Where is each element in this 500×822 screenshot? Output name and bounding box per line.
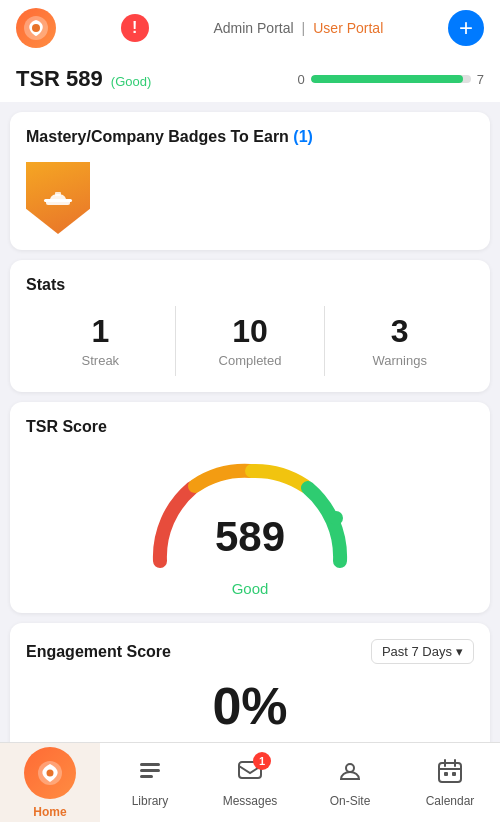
svg-point-1	[32, 24, 40, 32]
mastery-badge-icon	[26, 162, 90, 234]
nav-home[interactable]: Home	[0, 743, 100, 822]
progress-track	[311, 75, 471, 83]
progress-right-label: 7	[477, 72, 484, 87]
onsite-label: On-Site	[330, 794, 371, 808]
dropdown-label: Past 7 Days	[382, 644, 452, 659]
stats-card: Stats 1 Streak 10 Completed 3 Warnings	[10, 260, 490, 392]
tsr-title: TSR 589	[16, 66, 103, 92]
mastery-card: Mastery/Company Badges To Earn (1)	[10, 112, 490, 250]
svg-point-12	[346, 764, 354, 772]
library-icon	[137, 758, 163, 790]
nav-separator: |	[302, 20, 306, 36]
stat-warnings: 3 Warnings	[325, 306, 474, 376]
engagement-dropdown[interactable]: Past 7 Days ▾	[371, 639, 474, 664]
tsr-bar-section: TSR 589 (Good) 0 7	[0, 56, 500, 102]
nav-library[interactable]: Library	[100, 743, 200, 822]
home-icon	[24, 747, 76, 799]
nav-calendar[interactable]: Calendar	[400, 743, 500, 822]
svg-rect-16	[444, 772, 448, 776]
stat-completed: 10 Completed	[176, 306, 325, 376]
stat-streak: 1 Streak	[26, 306, 175, 376]
stat-warnings-label: Warnings	[325, 353, 474, 368]
add-button[interactable]: +	[448, 10, 484, 46]
badge-shield	[26, 162, 90, 234]
svg-rect-8	[140, 763, 160, 766]
stat-streak-label: Streak	[26, 353, 175, 368]
stat-streak-number: 1	[26, 314, 175, 349]
bottom-nav: Home Library 1 Messages	[0, 742, 500, 822]
progress-fill	[311, 75, 463, 83]
svg-point-7	[47, 769, 54, 776]
messages-icon: 1	[237, 758, 263, 790]
gauge-label: Good	[26, 580, 474, 597]
home-label: Home	[33, 805, 66, 819]
stat-completed-label: Completed	[176, 353, 325, 368]
app-logo[interactable]	[16, 8, 56, 48]
engagement-header: Engagement Score Past 7 Days ▾	[26, 639, 474, 664]
progress-bar-section: 0 7	[298, 72, 484, 87]
svg-rect-4	[55, 192, 61, 196]
svg-rect-17	[452, 772, 456, 776]
tsr-score-card-title: TSR Score	[26, 418, 474, 436]
library-label: Library	[132, 794, 169, 808]
svg-point-5	[329, 511, 343, 525]
mastery-count: (1)	[293, 128, 313, 145]
engagement-score-value: 0%	[26, 676, 474, 736]
stat-warnings-number: 3	[325, 314, 474, 349]
messages-label: Messages	[223, 794, 278, 808]
mastery-title: Mastery/Company Badges To Earn (1)	[26, 128, 474, 146]
svg-rect-9	[140, 769, 160, 772]
tsr-good-badge: (Good)	[111, 74, 151, 89]
tsr-score-card: TSR Score 589 Good	[10, 402, 490, 613]
admin-portal-link[interactable]: Admin Portal	[213, 20, 293, 36]
stat-completed-number: 10	[176, 314, 325, 349]
user-portal-link[interactable]: User Portal	[313, 20, 383, 36]
svg-rect-13	[439, 763, 461, 782]
calendar-label: Calendar	[426, 794, 475, 808]
gauge-container: 589	[140, 446, 360, 576]
nav-messages[interactable]: 1 Messages	[200, 743, 300, 822]
header: ! Admin Portal | User Portal +	[0, 0, 500, 56]
stats-row: 1 Streak 10 Completed 3 Warnings	[26, 306, 474, 376]
stats-title: Stats	[26, 276, 474, 294]
calendar-icon	[437, 758, 463, 790]
chevron-down-icon: ▾	[456, 644, 463, 659]
mastery-title-text: Mastery/Company Badges To Earn	[26, 128, 289, 145]
svg-rect-3	[44, 199, 72, 202]
progress-left-label: 0	[298, 72, 305, 87]
alert-icon[interactable]: !	[121, 14, 149, 42]
messages-badge: 1	[253, 752, 271, 770]
onsite-icon	[337, 758, 363, 790]
nav-onsite[interactable]: On-Site	[300, 743, 400, 822]
portal-nav: Admin Portal | User Portal	[213, 20, 383, 36]
gauge-score-value: 589	[215, 516, 285, 558]
svg-rect-10	[140, 775, 153, 778]
engagement-title: Engagement Score	[26, 643, 171, 661]
